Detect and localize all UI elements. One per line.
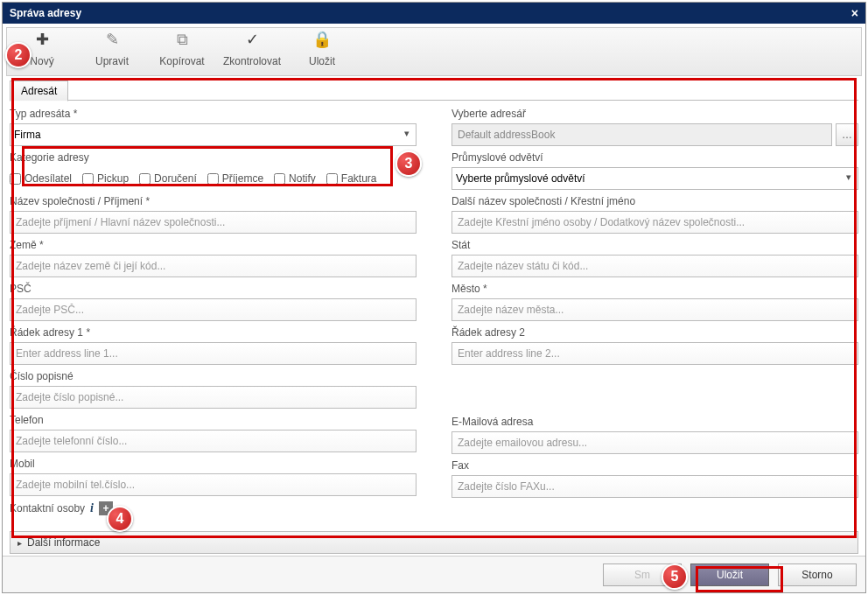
company-input[interactable] [10,211,416,234]
tab-strip: Adresát [10,80,858,101]
country-label: Země * [10,235,416,255]
toolbar: ✚ Nový ✎ Upravit ⧉ Kopírovat ✓ Zkontrolo… [6,27,862,76]
cat-notify-checkbox[interactable] [274,173,285,185]
info-icon[interactable]: i [90,501,94,515]
callout-bubble-5: 5 [662,564,688,590]
validate-button[interactable]: ✓ Zkontrolovat [217,28,287,75]
save-button[interactable]: Uložit [690,564,769,586]
city-label: Město * [452,279,858,298]
houseno-label: Číslo popisné [10,367,416,386]
dialog-title-bar: Správa adresy × [3,3,865,24]
cat-delivery-checkbox[interactable] [139,173,150,185]
callout-bubble-3: 3 [396,150,422,177]
address-type-label: Typ adresáta * [10,104,416,123]
zip-label: PSČ [10,279,416,298]
cancel-button[interactable]: Storno [778,564,857,586]
fax-label: Fax [452,456,858,475]
check-icon: ✓ [246,29,259,50]
book-label: Vyberte adresář [452,104,858,123]
addr1-label: Řádek adresy 1 * [10,323,416,342]
company2-input[interactable] [452,211,858,234]
industry-select[interactable]: Vyberte průmyslové odvětví [452,167,858,190]
company-label: Název společnosti / Příjmení * [10,192,416,211]
pencil-icon: ✎ [106,29,119,50]
plus-icon: ✚ [36,29,49,50]
industry-label: Průmyslové odvětví [452,148,858,167]
cat-pickup-checkbox[interactable] [82,173,94,185]
addr2-input[interactable] [452,342,858,365]
form-area: Typ adresáta * Firma Kategorie adresy Od… [3,101,865,521]
cat-invoice-checkbox[interactable] [326,173,338,185]
state-input[interactable] [452,255,858,277]
close-icon[interactable]: × [851,6,858,20]
cat-receiver-checkbox[interactable] [207,173,219,185]
mobile-input[interactable] [10,473,416,496]
fax-input[interactable] [452,475,858,498]
copy-button[interactable]: ⧉ Kopírovat [147,28,217,75]
addr2-label: Řádek adresy 2 [452,323,858,342]
phone-input[interactable] [10,430,416,452]
state-label: Stát [452,235,858,255]
lock-icon: 🔒 [312,29,332,50]
country-input[interactable] [10,255,416,277]
cat-sender-checkbox[interactable] [10,173,21,185]
category-label: Kategorie adresy [10,148,416,167]
more-info-accordion[interactable]: Další informace [10,531,858,554]
edit-button[interactable]: ✎ Upravit [77,28,147,75]
company2-label: Další název společnosti / Křestní jméno [452,192,858,211]
dialog-footer: Sm Uložit Storno [3,556,865,592]
phone-label: Telefon [10,410,416,430]
callout-bubble-4: 4 [107,506,133,532]
save-toolbar-button[interactable]: 🔒 Uložit [287,28,357,75]
copy-icon: ⧉ [177,29,188,50]
email-input[interactable] [452,431,858,454]
book-browse-button[interactable]: … [836,123,858,146]
category-row: Odesílatel Pickup Doručení Příjemce Noti… [10,167,416,190]
mobile-label: Mobil [10,454,416,473]
contacts-label: Kontaktní osoby [10,502,85,514]
tab-addressee[interactable]: Adresát [10,80,68,102]
dialog-title: Správa adresy [10,7,81,19]
city-input[interactable] [452,298,858,321]
email-label: E-Mailová adresa [452,412,858,431]
address-type-select[interactable]: Firma [10,123,416,146]
book-input [452,123,832,146]
zip-input[interactable] [10,298,416,321]
callout-bubble-2: 2 [5,42,32,68]
addr1-input[interactable] [10,342,416,365]
houseno-input[interactable] [10,386,416,409]
